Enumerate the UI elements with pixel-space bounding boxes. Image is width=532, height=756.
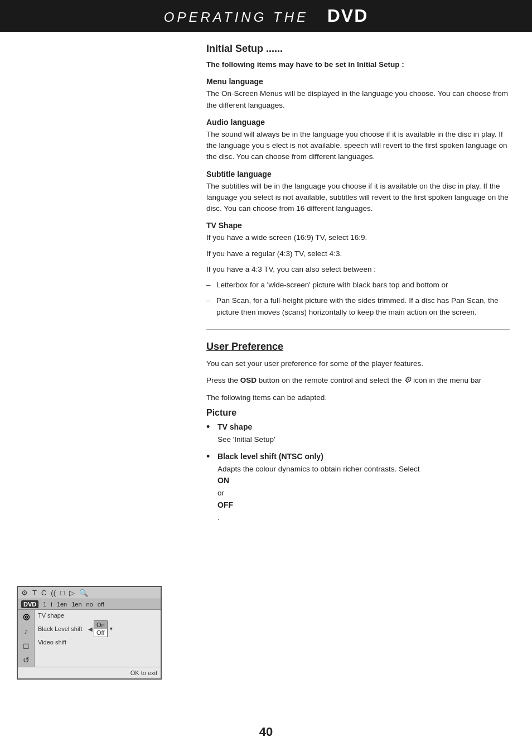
black-level-dropdown-arrow[interactable]: ▼ — [109, 626, 114, 632]
user-preference-title: User Preference — [206, 341, 510, 353]
menu-row-black-level-value: ◀ On Off ▼ — [88, 620, 114, 637]
menu-val-5: no — [86, 601, 93, 608]
page-number: 40 — [259, 725, 273, 739]
black-level-dropdown-container: On Off — [94, 620, 108, 637]
bullet-black-level-title: Black level shift (NTSC only) — [217, 451, 419, 463]
user-preference-intro: You can set your user preference for som… — [206, 358, 510, 369]
audio-language-title: Audio language — [206, 118, 510, 127]
menu-val-3: 1en — [57, 601, 67, 608]
osd-icon: ⚙ — [404, 375, 411, 384]
menu-icon-search: 🔍 — [79, 589, 88, 597]
initial-setup-title: Initial Setup ...... — [206, 43, 510, 55]
tv-shape-list-item-2: – Pan Scan, for a full-height picture wi… — [206, 295, 510, 318]
menu-val-2: i — [51, 601, 52, 608]
menu-val-4: 1en — [71, 601, 81, 608]
bullet-dot-1: • — [206, 421, 217, 434]
tv-shape-line1: If you have a wide screen (16:9) TV, sel… — [206, 232, 510, 243]
bullet-black-level-content: Black level shift (NTSC only) Adapts the… — [217, 451, 419, 523]
black-level-arrow-left[interactable]: ◀ — [88, 626, 93, 632]
bullet-black-level-text: Adapts the colour dynamics to obtain ric… — [217, 465, 419, 522]
tv-shape-line3: If you have a 4:3 TV, you can also selec… — [206, 264, 510, 275]
initial-setup-intro: The following items may have to be set i… — [206, 60, 404, 69]
initial-setup-section: Initial Setup ...... The following items… — [206, 43, 510, 318]
menu-sidebar-icon-disc[interactable]: ◎ — [23, 612, 30, 621]
menu-icon-play: ▷ — [69, 589, 75, 597]
menu-row-black-level: Black Level shift ◀ On Off ▼ — [38, 620, 157, 637]
menu-ok-text[interactable]: OK to exit — [130, 670, 157, 676]
menu-row-tv-shape-label: TV shape — [38, 612, 88, 619]
menu-val-6: off — [98, 601, 104, 608]
bullet-list: • TV shape See 'Initial Setup' • Black l… — [206, 421, 510, 523]
header-prefix: Operating the — [164, 9, 308, 25]
black-level-dropdown[interactable]: On Off — [94, 620, 108, 637]
bullet-black-level: • Black level shift (NTSC only) Adapts t… — [206, 451, 510, 523]
header-title: DVD — [327, 6, 369, 26]
menu-icon-sub: □ — [60, 589, 65, 597]
menu-icon-audio: (( — [51, 589, 56, 597]
dash-icon: – — [206, 280, 216, 291]
dvd-label: DVD — [21, 600, 38, 608]
menu-row-video-shift-label: Video shift — [38, 639, 88, 646]
user-preference-section: User Preference You can set your user pr… — [206, 341, 510, 523]
menu-values-bar: DVD 1 i 1en 1en no off — [18, 599, 161, 610]
page-header: Operating the DVD — [0, 0, 532, 32]
menu-icon-c: C — [41, 589, 46, 597]
menu-language-text: The On-Screen Menus will be displayed in… — [206, 88, 510, 111]
menu-top-bar: ⚙ T C (( □ ▷ 🔍 — [18, 587, 161, 599]
tv-shape-list-text-1: Letterbox for a 'wide-screen' picture wi… — [216, 280, 448, 291]
menu-sidebar: ◎ ♪ ◻ ↺ — [18, 610, 35, 667]
dash-icon-2: – — [206, 295, 216, 318]
menu-content: TV shape Black Level shift ◀ On Off ▼ — [35, 610, 161, 667]
section-divider — [206, 329, 510, 330]
subtitle-language-text: The subtitles will be in the language yo… — [206, 181, 510, 215]
bullet-tv-shape-text: See 'Initial Setup' — [217, 435, 275, 444]
menu-language-title: Menu language — [206, 77, 510, 86]
black-level-option-on[interactable]: On — [94, 621, 107, 629]
menu-icon-t: T — [32, 589, 37, 597]
menu-body: ◎ ♪ ◻ ↺ TV shape Black Level shift ◀ On — [18, 610, 161, 667]
tv-shape-line2: If you have a regular (4:3) TV, select 4… — [206, 248, 510, 259]
black-level-option-off[interactable]: Off — [94, 629, 107, 637]
subtitle-language-title: Subtitle language — [206, 170, 510, 179]
menu-val-1: 1 — [43, 601, 46, 608]
menu-row-video-shift: Video shift — [38, 639, 157, 646]
menu-sidebar-icon-setup[interactable]: ↺ — [23, 656, 30, 664]
main-content: Initial Setup ...... The following items… — [206, 43, 510, 562]
menu-sidebar-icon-sub[interactable]: ◻ — [23, 641, 30, 650]
tv-shape-title: TV Shape — [206, 221, 510, 230]
audio-language-text: The sound will always be in the language… — [206, 129, 510, 163]
menu-sidebar-icon-audio[interactable]: ♪ — [24, 627, 28, 635]
menu-icon-gear: ⚙ — [21, 589, 28, 597]
bullet-tv-shape-content: TV shape See 'Initial Setup' — [217, 421, 275, 445]
user-preference-osd: Press the OSD button on the remote contr… — [206, 374, 510, 387]
user-preference-following: The following items can be adapted. — [206, 392, 510, 403]
tv-shape-list-text-2: Pan Scan, for a full-height picture with… — [216, 295, 510, 318]
tv-shape-list-item-1: – Letterbox for a 'wide-screen' picture … — [206, 280, 510, 291]
bullet-tv-shape: • TV shape See 'Initial Setup' — [206, 421, 510, 445]
menu-ok-row: OK to exit — [18, 667, 161, 678]
menu-row-black-level-label: Black Level shift — [38, 625, 88, 632]
menu-row-tv-shape: TV shape — [38, 612, 157, 619]
bullet-tv-shape-title: TV shape — [217, 421, 275, 433]
picture-title: Picture — [206, 408, 510, 418]
dvd-menu-box: ⚙ T C (( □ ▷ 🔍 DVD 1 i 1en 1en no off ◎ … — [17, 586, 162, 680]
bullet-dot-2: • — [206, 451, 217, 463]
